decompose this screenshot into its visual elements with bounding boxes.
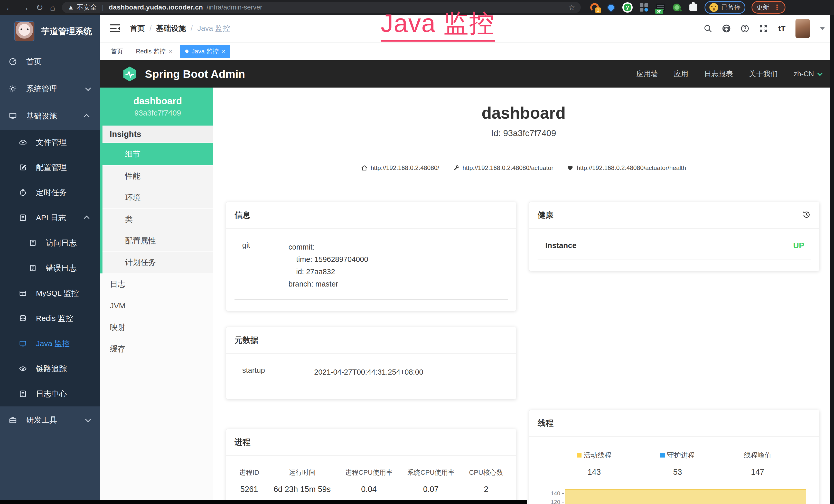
sba-nav-about[interactable]: 关于我们 bbox=[749, 69, 778, 79]
health-url-button[interactable]: http://192.168.0.2:48080/actuator/health bbox=[560, 160, 693, 176]
sidebar-item-file-mgmt[interactable]: 文件管理 bbox=[0, 130, 100, 155]
sba-nav-applications[interactable]: 应用 bbox=[674, 69, 688, 79]
chrome-update-button[interactable]: 更新 ⋮ bbox=[751, 1, 786, 14]
cards-right-column: 健康 Instance UP bbox=[529, 202, 819, 504]
sidebar-item-label: API 日志 bbox=[36, 212, 66, 223]
menu-item-mappings[interactable]: 映射 bbox=[100, 317, 213, 338]
sidebar-item-tracing[interactable]: 链路追踪 bbox=[0, 356, 100, 381]
log-edit-icon bbox=[19, 390, 27, 398]
sidebar-item-label: 定时任务 bbox=[36, 187, 67, 198]
extension-puzzle-icon[interactable] bbox=[688, 2, 698, 13]
reload-icon[interactable]: ↻ bbox=[36, 3, 43, 12]
insights-group: Insights 细节 性能 环境 类 配置属性 计划任务 bbox=[100, 125, 213, 273]
profile-paused-pill[interactable]: 已暂停 bbox=[705, 1, 745, 14]
menu-item-details[interactable]: 细节 bbox=[103, 143, 213, 166]
process-stat: 进程CPU使用率 0.04 bbox=[345, 468, 393, 494]
home-icon[interactable]: ⌂ bbox=[50, 3, 56, 12]
cloud-upload-icon bbox=[19, 138, 27, 146]
menu-item-caches[interactable]: 缓存 bbox=[100, 338, 213, 360]
close-icon[interactable]: × bbox=[169, 48, 172, 55]
gauge-icon bbox=[9, 58, 17, 66]
user-avatar[interactable] bbox=[795, 19, 810, 38]
sba-language-select[interactable]: zh-CN bbox=[794, 70, 821, 78]
extension-grid-icon[interactable] bbox=[639, 2, 649, 13]
monitor-icon bbox=[9, 112, 17, 120]
update-label: 更新 bbox=[756, 3, 769, 12]
breadcrumb-home[interactable]: 首页 bbox=[130, 23, 145, 33]
tag-home[interactable]: 首页 bbox=[106, 45, 128, 58]
log-edit-icon bbox=[29, 265, 37, 272]
forward-icon[interactable]: → bbox=[21, 3, 29, 12]
service-url-button[interactable]: http://192.168.0.2:48080/ bbox=[354, 160, 446, 176]
sba-header: Spring Boot Admin 应用墙 应用 日志报表 关于我们 zh-CN bbox=[100, 60, 834, 88]
tag-java-monitor[interactable]: Java 监控 × bbox=[180, 45, 230, 58]
breadcrumb-infra[interactable]: 基础设施 bbox=[156, 23, 186, 33]
sidebar-item-mysql-monitor[interactable]: MySQL 监控 bbox=[0, 281, 100, 306]
sidebar-item-system[interactable]: 系统管理 bbox=[0, 75, 100, 102]
extension-pin-icon[interactable] bbox=[606, 2, 616, 13]
page-scrollbar[interactable] bbox=[830, 15, 834, 504]
legend-entry-daemon: 守护进程 53 bbox=[660, 451, 695, 477]
sidebar-item-home[interactable]: 首页 bbox=[0, 48, 100, 75]
card-title: 元数据 bbox=[235, 335, 258, 346]
sba-nav-journal[interactable]: 日志报表 bbox=[704, 69, 733, 79]
health-url: http://192.168.0.2:48080/actuator/health bbox=[577, 164, 686, 171]
sidebar-item-label: 配置管理 bbox=[36, 162, 67, 173]
history-icon[interactable] bbox=[802, 210, 811, 220]
insights-group-header[interactable]: Insights bbox=[103, 125, 213, 143]
tag-redis-monitor[interactable]: Redis 监控 × bbox=[131, 45, 177, 58]
stat-value: 6d 23h 15m 59s bbox=[273, 485, 331, 494]
stat-label: 进程CPU使用率 bbox=[345, 468, 393, 477]
y-tick: 120 bbox=[547, 499, 560, 504]
extension-y-icon[interactable]: y bbox=[622, 2, 633, 13]
extension-magnifier-icon[interactable] bbox=[672, 2, 682, 13]
sidebar-item-scheduled-jobs[interactable]: 定时任务 bbox=[0, 180, 100, 205]
sba-body: dashboard 93a3fc7f7409 Insights 细节 性能 环境… bbox=[100, 88, 834, 504]
extension-orange-icon[interactable]: 1 bbox=[590, 2, 600, 13]
sidebar-item-redis-monitor[interactable]: Redis 监控 bbox=[0, 306, 100, 331]
search-icon[interactable] bbox=[703, 24, 713, 33]
sidebar-item-api-log[interactable]: API 日志 bbox=[0, 205, 100, 230]
sidebar-collapse-icon[interactable] bbox=[110, 24, 120, 32]
close-icon[interactable]: × bbox=[222, 48, 225, 55]
sidebar-item-dev-tools[interactable]: 研发工具 bbox=[0, 407, 100, 434]
sba-hexagon-logo-icon bbox=[121, 66, 138, 83]
sidebar-item-config-mgmt[interactable]: 配置管理 bbox=[0, 155, 100, 180]
sidebar-item-error-log[interactable]: 错误日志 bbox=[0, 255, 100, 281]
sidebar-item-java-monitor[interactable]: Java 监控 bbox=[0, 331, 100, 356]
info-value: commit: time: 1596289704000 id: 27aa832 … bbox=[288, 241, 368, 290]
sba-brand[interactable]: Spring Boot Admin bbox=[121, 66, 245, 83]
brand-row[interactable]: 芋道管理系统 bbox=[0, 15, 100, 48]
github-icon[interactable] bbox=[722, 24, 731, 33]
extension-list-icon[interactable]: on bbox=[655, 2, 665, 13]
sidebar-item-label: 链路追踪 bbox=[36, 364, 67, 374]
menu-item-jvm[interactable]: JVM bbox=[100, 295, 213, 317]
menu-item-logs[interactable]: 日志 bbox=[100, 273, 213, 295]
bookmark-star-icon[interactable]: ☆ bbox=[568, 3, 575, 12]
security-warning[interactable]: ▲ 不安全 bbox=[68, 3, 97, 12]
menu-item-environment[interactable]: 环境 bbox=[103, 187, 213, 209]
sidebar-item-access-log[interactable]: 访问日志 bbox=[0, 230, 100, 255]
legend-label: 活动线程 bbox=[584, 451, 611, 460]
table-icon bbox=[19, 289, 27, 297]
sba-title: Spring Boot Admin bbox=[145, 68, 245, 81]
menu-item-metrics[interactable]: 性能 bbox=[103, 166, 213, 187]
menu-item-scheduled-tasks[interactable]: 计划任务 bbox=[103, 252, 213, 273]
back-icon[interactable]: ← bbox=[5, 3, 14, 12]
cards-left-column: 信息 git commit: time: 1596289704000 id: 2 bbox=[226, 202, 516, 504]
sba-nav-wallboard[interactable]: 应用墙 bbox=[636, 69, 658, 79]
actuator-url-button[interactable]: http://192.168.0.2:48080/actuator bbox=[446, 160, 561, 176]
sidebar-item-infra[interactable]: 基础设施 bbox=[0, 102, 100, 130]
sidebar-item-label: 基础设施 bbox=[26, 111, 57, 121]
avatar-caret-icon[interactable] bbox=[820, 27, 825, 30]
instance-header[interactable]: dashboard 93a3fc7f7409 bbox=[100, 88, 213, 125]
address-bar[interactable]: ▲ 不安全 | dashboard.yudao.iocoder.cn /infr… bbox=[62, 2, 581, 13]
kebab-menu-icon[interactable]: ⋮ bbox=[773, 3, 781, 12]
help-icon[interactable] bbox=[740, 24, 750, 33]
menu-item-config-props[interactable]: 配置属性 bbox=[103, 230, 213, 252]
sidebar-item-log-center[interactable]: 日志中心 bbox=[0, 381, 100, 407]
font-size-icon[interactable]: tT bbox=[777, 24, 787, 33]
menu-item-classes[interactable]: 类 bbox=[103, 209, 213, 230]
sidebar-item-label: 访问日志 bbox=[46, 238, 76, 248]
fullscreen-icon[interactable] bbox=[759, 24, 768, 33]
